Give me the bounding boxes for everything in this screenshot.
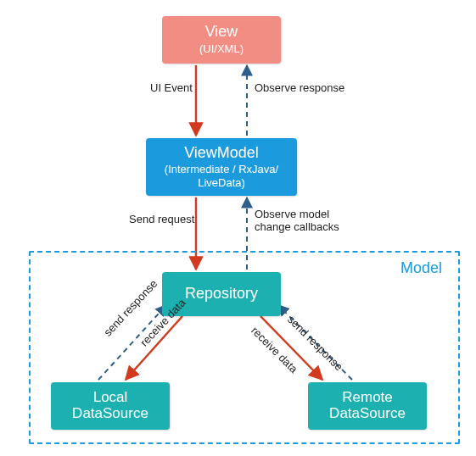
repository-title: Repository bbox=[185, 286, 258, 303]
remote-title: Remote DataSource bbox=[329, 390, 406, 421]
viewmodel-title: ViewModel bbox=[184, 145, 259, 162]
view-subtitle: (UI/XML) bbox=[199, 42, 244, 56]
view-box: View (UI/XML) bbox=[162, 16, 281, 64]
remote-datasource-box: Remote DataSource bbox=[308, 382, 427, 430]
local-datasource-box: Local DataSource bbox=[51, 382, 170, 430]
view-title: View bbox=[205, 24, 238, 41]
local-title: Local DataSource bbox=[72, 390, 148, 421]
edge-label-ui-event: UI Event bbox=[150, 82, 193, 95]
edge-label-send-request: Send request bbox=[129, 214, 194, 226]
edge-label-observe-response: Observe response bbox=[255, 82, 344, 95]
edge-label-observe-model: Observe model change callbacks bbox=[255, 209, 339, 234]
model-group-label: Model bbox=[400, 259, 442, 277]
viewmodel-box: ViewModel (Intermediate / RxJava/ LiveDa… bbox=[146, 138, 297, 196]
viewmodel-subtitle: (Intermediate / RxJava/ LiveData) bbox=[165, 163, 278, 189]
